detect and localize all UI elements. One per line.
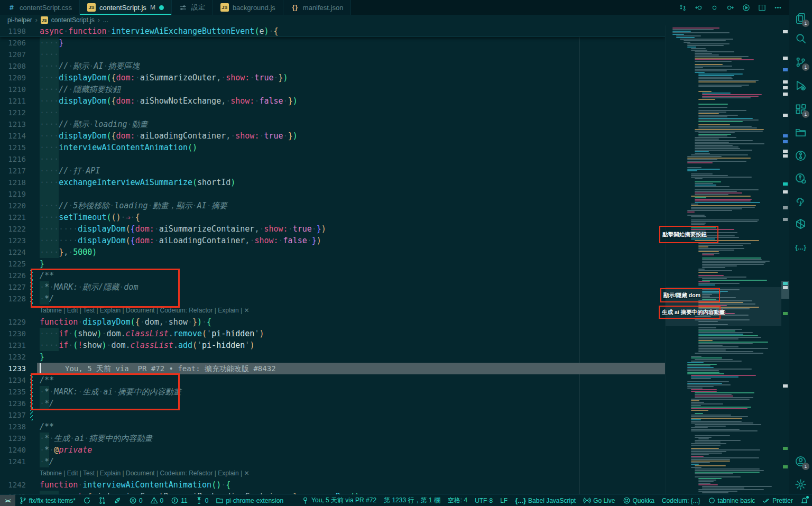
code-line[interactable]: 1216···· (0, 153, 665, 165)
code-line[interactable]: 1208····//·顯示·AI·摘要區塊 (0, 60, 665, 72)
status-item-sync-icon[interactable] (79, 495, 95, 506)
code-line[interactable]: 1238/** (0, 421, 665, 433)
code-line[interactable]: 1213····//·顯示·loading·動畫 (0, 118, 665, 130)
code-line[interactable]: 1224····},·5000) (0, 246, 665, 258)
scrollbar-thumb[interactable] (781, 281, 789, 299)
line-number: 1211 (0, 95, 37, 107)
status-item-tabnine basic[interactable]: tabnine basic (704, 495, 759, 506)
code-line[interactable]: 1209····displayDom({dom:·aiSummarizeOute… (0, 72, 665, 84)
code-line[interactable]: 1242function·interviewAiContentAnimation… (0, 479, 665, 491)
status-item-0[interactable]: 0 (191, 495, 213, 506)
split-editor-icon[interactable] (758, 4, 766, 12)
nav-forward-icon[interactable] (726, 4, 734, 12)
nav-circle-icon[interactable] (710, 4, 718, 12)
tab-manifest.json[interactable]: { }manifest.json (283, 0, 352, 15)
git-compare-icon[interactable] (679, 4, 687, 12)
sticky-scroll-line[interactable]: 1198async·function·interviewAiExchangeBu… (0, 25, 665, 37)
status-item-11[interactable]: 11 (167, 495, 191, 506)
line-number: 1222 (0, 223, 37, 235)
code-line[interactable]: 1230····if·(show)·dom.classList.remove('… (0, 328, 665, 339)
activity-gitlens-icon[interactable] (789, 145, 812, 166)
activity-extensions-icon[interactable]: 1 (789, 98, 812, 119)
code-pane[interactable]: 1198async·function·interviewAiExchangeBu… (0, 25, 665, 494)
code-line[interactable]: 1231····if·(!show)·dom.classList.add('pi… (0, 339, 665, 351)
tab-contentScript.js[interactable]: JScontentScript.jsM (80, 0, 172, 15)
activity-folder-icon[interactable] (789, 122, 812, 143)
status-item-Babel JavaScript[interactable]: {...}Babel JavaScript (511, 495, 579, 506)
code-line[interactable]: 1214····displayDom({dom:·aiLoadingContai… (0, 130, 665, 142)
more-ellipsis-icon[interactable] (774, 4, 782, 12)
status-item-rocket-icon[interactable] (110, 495, 125, 506)
code-line[interactable]: 1222········displayDom({dom:·aiSummarize… (0, 223, 665, 235)
tab-contentScript.css[interactable]: #contentScript.css (0, 0, 80, 15)
code-line[interactable]: 1211····displayDom({dom:·aiShowNotExchan… (0, 95, 665, 107)
status-item-Codeium: {...}[interactable]: Codeium: {...} (658, 495, 704, 506)
breadcrumb-more[interactable]: ... (103, 16, 108, 24)
code-line[interactable]: 1220····//·5秒後移除·loading·動畫，顯示·AI·摘要 (0, 200, 665, 211)
code-line[interactable]: 1207···· (0, 49, 665, 60)
minimap[interactable] (665, 25, 781, 494)
tab-background.js[interactable]: JSbackground.js (213, 0, 283, 15)
status-item-fix/fix-test-items*[interactable]: fix/fix-test-items* (15, 495, 79, 506)
nav-back-icon[interactable] (695, 4, 703, 12)
tab-設定[interactable]: 設定 (172, 0, 213, 15)
status-item-Quokka[interactable]: Quokka (619, 495, 658, 506)
code-line[interactable]: 1217····//·打·API (0, 165, 665, 177)
modified-dot-icon[interactable] (159, 5, 164, 10)
activity-pages-icon[interactable]: 1 (789, 7, 812, 29)
code-line[interactable]: 1206····} (0, 37, 665, 49)
status-item-bell-icon[interactable] (797, 495, 812, 506)
status-item-pi-chrome-extension[interactable]: pi-chrome-extension (212, 495, 287, 506)
status-item-You, 5 天前 via PR #72[interactable]: You, 5 天前 via PR #72 (298, 495, 380, 506)
status-item-pr-icon[interactable] (95, 495, 110, 506)
status-item-Prettier[interactable]: Prettier (759, 495, 797, 506)
breadcrumb[interactable]: pi-helper › JS contentScript.js › ... (0, 15, 789, 25)
code-line[interactable]: 1233You, 5 天前 via PR #72 • feat: 擴充功能改版 … (0, 363, 665, 374)
code-line[interactable]: 1241·*/ (0, 456, 665, 467)
breadcrumb-file[interactable]: contentScript.js (51, 16, 95, 24)
breadcrumb-root[interactable]: pi-helper (7, 16, 32, 24)
status-item-第 1233 行，第 1 欄[interactable]: 第 1233 行，第 1 欄 (380, 495, 444, 506)
activity-account-icon[interactable]: 1 (789, 450, 812, 472)
status-item-Go Live[interactable]: Go Live (579, 495, 619, 506)
code-line[interactable]: 1239·*·生成·ai·摘要中的內容動畫 (0, 433, 665, 444)
code-line[interactable]: 1232} (0, 351, 665, 363)
code-line[interactable]: 1243····const·{·interviewCountDom,·aiPre… (0, 491, 665, 494)
status-item-LF[interactable]: LF (496, 495, 511, 506)
activity-hexagon-icon[interactable] (789, 213, 812, 234)
status-item-0[interactable]: 0 (125, 495, 146, 506)
activity-source-control-icon[interactable]: 1 (789, 51, 812, 72)
overview-ruler[interactable] (781, 25, 789, 494)
code-line[interactable]: 1240·*·@private (0, 444, 665, 456)
code-line[interactable]: 1210····//·隱藏摘要按鈕 (0, 84, 665, 95)
status-item-><[interactable]: >< (0, 495, 15, 506)
code-line[interactable]: 1215····interviewAiContentAnimation() (0, 142, 665, 153)
activity-braces-icon[interactable]: {...} (789, 236, 812, 257)
line-number: 1207 (0, 49, 37, 60)
activity-debug-icon[interactable] (789, 75, 812, 96)
line-number: 1208 (0, 60, 37, 72)
minimap-annotation-box: 生成 ai 摘要中的內容動畫 (659, 306, 721, 319)
activity-gitlens-inspect-icon[interactable] (789, 168, 812, 189)
status-item-空格: 4[interactable]: 空格: 4 (444, 495, 471, 506)
activity-search-icon[interactable] (789, 27, 812, 49)
code-line[interactable]: 1219 (0, 188, 665, 200)
code-line[interactable]: 1223········displayDom({dom:·aiLoadingCo… (0, 235, 665, 246)
activity-test-tree-icon[interactable] (789, 190, 812, 211)
ruler-decoration (783, 384, 788, 388)
codelens-links[interactable]: Tabnine | Edit | Test | Explain | Docume… (37, 467, 665, 479)
gitlens-inspect-icon (795, 172, 807, 185)
code-line[interactable]: 1237 (0, 409, 665, 421)
run-circle-icon[interactable] (742, 4, 750, 12)
status-item-0[interactable]: 0 (146, 495, 168, 506)
code-line[interactable]: 1225} (0, 258, 665, 270)
vscode-window: #contentScript.cssJScontentScript.jsM設定J… (0, 0, 812, 506)
code-line[interactable]: 1221····setTimeout(()·⇒·{ (0, 211, 665, 223)
code-line[interactable]: 1212···· (0, 107, 665, 118)
code-line[interactable]: 1229function·displayDom({·dom,·show·})·{ (0, 316, 665, 328)
activity-gear-icon[interactable] (789, 474, 812, 495)
codelens[interactable]: Tabnine | Edit | Test | Explain | Docume… (0, 467, 665, 479)
line-number: 1210 (0, 84, 37, 95)
code-line[interactable]: 1218····exchangeInterviewAiSummarize(sho… (0, 177, 665, 188)
status-item-UTF-8[interactable]: UTF-8 (471, 495, 496, 506)
